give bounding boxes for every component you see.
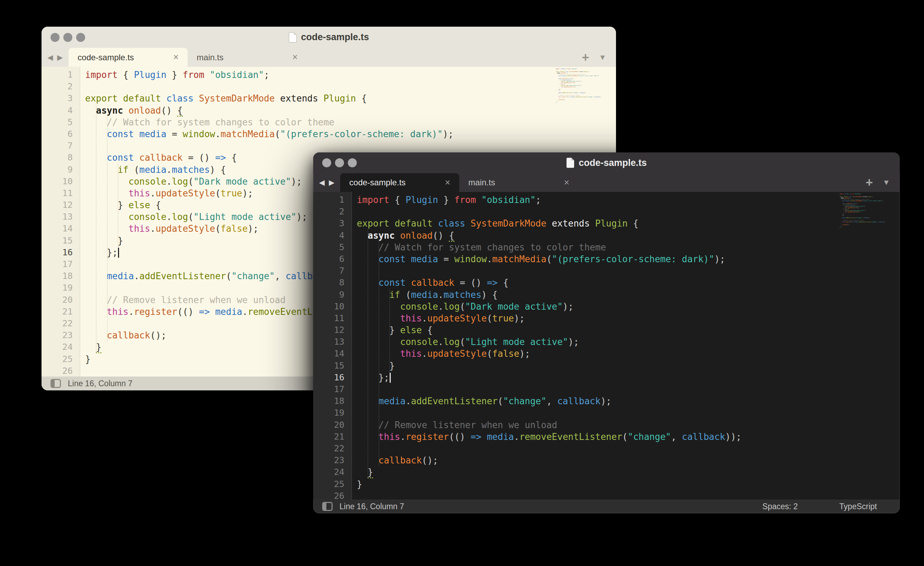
- titlebar[interactable]: code-sample.ts: [313, 152, 900, 173]
- code-line: export default class SystemDarkMode exte…: [85, 92, 616, 104]
- tab-label: code-sample.ts: [349, 178, 406, 187]
- minimize-button[interactable]: [335, 158, 344, 167]
- indent-guide: [118, 164, 118, 247]
- line-number: 18: [42, 270, 73, 282]
- code-line: [357, 206, 900, 218]
- indentation-setting[interactable]: Spaces: 2: [762, 502, 798, 511]
- new-tab-icon[interactable]: +: [582, 51, 589, 64]
- nav-forward-icon[interactable]: ▶: [329, 178, 334, 187]
- code-area[interactable]: import { Plugin } from "obsidian";export…: [352, 192, 900, 500]
- code-line: callback();: [357, 455, 900, 466]
- sidebar-toggle-icon[interactable]: [322, 502, 333, 511]
- traffic-lights: [313, 158, 357, 167]
- close-icon[interactable]: ×: [292, 53, 298, 62]
- code-line: // Remove listener when we unload: [357, 419, 900, 431]
- line-number: 4: [42, 105, 73, 116]
- code-line: // Watch for system changes to color the…: [357, 241, 900, 253]
- minimap[interactable]: import { Plugin } from "obsidian";export…: [840, 193, 891, 236]
- tab-actions: + ▼: [866, 173, 900, 192]
- code-line: const media = window.matchMedia("(prefer…: [85, 128, 616, 140]
- line-number: 9: [42, 164, 73, 176]
- status-bar: Line 16, Column 7 Spaces: 2 TypeScript: [313, 500, 900, 513]
- code-line: console.log("Light mode active");: [357, 336, 900, 348]
- indent-guide: [107, 116, 108, 342]
- line-number: 11: [42, 187, 73, 199]
- line-number: 13: [42, 211, 73, 223]
- zoom-button[interactable]: [348, 158, 357, 167]
- line-number: 19: [42, 282, 73, 294]
- code-line: this.register(() => media.removeEventLis…: [840, 221, 891, 223]
- tab-label: code-sample.ts: [78, 53, 134, 62]
- close-icon[interactable]: ×: [564, 178, 570, 187]
- code-line: this.updateStyle(true);: [357, 312, 900, 324]
- code-line: [85, 81, 616, 92]
- line-number: 14: [42, 223, 73, 235]
- line-number: 15: [42, 235, 73, 247]
- close-icon[interactable]: ×: [173, 53, 179, 62]
- editor-pane: 1234567891011121314151617181920212223242…: [313, 192, 900, 500]
- cursor-position[interactable]: Line 16, Column 7: [339, 502, 404, 511]
- close-button[interactable]: [322, 158, 331, 167]
- line-number: 6: [313, 253, 344, 265]
- close-button[interactable]: [51, 33, 60, 42]
- desktop-canvas: code-sample.ts ◀ ▶ code-sample.ts × main…: [0, 0, 924, 566]
- minimize-button[interactable]: [63, 33, 72, 42]
- titlebar[interactable]: code-sample.ts: [42, 27, 616, 48]
- tab-actions: + ▼: [582, 48, 616, 67]
- code-line: [556, 103, 607, 105]
- line-number: 26: [313, 490, 344, 500]
- code-line: [357, 407, 900, 419]
- editor-window-dark: code-sample.ts ◀ ▶ code-sample.ts × main…: [313, 152, 900, 513]
- code-line: this.register(() => media.removeEventLis…: [556, 96, 607, 98]
- line-number: 17: [42, 258, 73, 270]
- line-number: 20: [313, 419, 344, 431]
- minimap[interactable]: import { Plugin } from "obsidian";export…: [556, 68, 608, 111]
- line-number: 3: [313, 218, 344, 229]
- line-number: 21: [313, 431, 344, 443]
- code-line: this.updateStyle(false);: [357, 348, 900, 360]
- code-line: import { Plugin } from "obsidian";: [357, 194, 900, 206]
- tab-code-sample[interactable]: code-sample.ts ×: [69, 48, 188, 67]
- line-number: 25: [42, 353, 73, 365]
- line-number: 13: [313, 336, 344, 348]
- window-title: code-sample.ts: [301, 32, 369, 43]
- zoom-button[interactable]: [76, 33, 85, 42]
- tab-overflow-icon[interactable]: ▼: [882, 178, 890, 187]
- line-number: 17: [313, 384, 344, 395]
- line-number: 23: [313, 455, 344, 466]
- tab-label: main.ts: [196, 53, 223, 62]
- nav-back-icon[interactable]: ◀: [319, 178, 325, 187]
- new-tab-icon[interactable]: +: [866, 176, 873, 189]
- code-line: [357, 443, 900, 455]
- tab-main[interactable]: main.ts ×: [459, 173, 578, 192]
- code-line: // Watch for system changes to color the…: [85, 116, 616, 128]
- close-icon[interactable]: ×: [445, 178, 451, 187]
- code-line: [357, 490, 900, 500]
- document-icon: [566, 158, 574, 168]
- code-line: const media = window.matchMedia("(prefer…: [556, 75, 607, 77]
- indent-guide: [379, 241, 379, 467]
- tab-overflow-icon[interactable]: ▼: [599, 53, 606, 62]
- line-number: 25: [313, 479, 344, 490]
- syntax-setting[interactable]: TypeScript: [839, 502, 877, 511]
- sidebar-toggle-icon[interactable]: [51, 379, 61, 388]
- tab-code-sample[interactable]: code-sample.ts ×: [340, 173, 459, 192]
- line-number: 9: [313, 289, 344, 301]
- line-number: 14: [313, 348, 344, 360]
- code-line: }: [357, 466, 900, 478]
- line-number: 10: [313, 301, 344, 312]
- code-line: if (media.matches) {: [357, 289, 900, 301]
- cursor-position[interactable]: Line 16, Column 7: [68, 379, 132, 388]
- line-number: 7: [313, 265, 344, 277]
- nav-back-icon[interactable]: ◀: [47, 53, 53, 62]
- tab-bar: ◀ ▶ code-sample.ts × main.ts × + ▼: [313, 173, 900, 192]
- document-icon: [289, 32, 297, 43]
- line-number: 4: [313, 230, 344, 241]
- code-line: export default class SystemDarkMode exte…: [357, 218, 900, 229]
- title-area: code-sample.ts: [42, 27, 616, 48]
- tab-main[interactable]: main.ts ×: [188, 48, 307, 67]
- line-number: 2: [42, 81, 73, 92]
- line-number: 22: [313, 443, 344, 455]
- nav-forward-icon[interactable]: ▶: [57, 53, 63, 62]
- title-area: code-sample.ts: [313, 152, 900, 173]
